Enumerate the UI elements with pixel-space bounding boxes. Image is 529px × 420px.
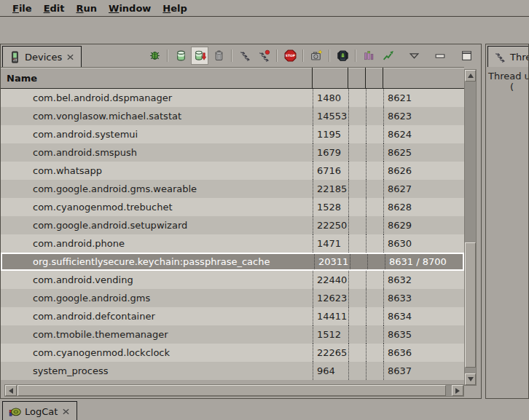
toolbar-separator bbox=[167, 49, 168, 62]
sysinfo-columns-icon[interactable] bbox=[360, 47, 377, 65]
cell-pid: 1528 bbox=[313, 198, 348, 216]
column-header-status1[interactable] bbox=[348, 68, 366, 88]
close-icon[interactable] bbox=[61, 407, 71, 416]
cell-status-1 bbox=[348, 162, 366, 180]
devices-tab-label: Devices bbox=[25, 52, 62, 63]
cell-pid: 12623 bbox=[313, 289, 348, 307]
vertical-scrollbar[interactable] bbox=[464, 69, 477, 386]
arrow-down-icon bbox=[468, 377, 474, 381]
close-icon[interactable] bbox=[66, 52, 75, 62]
cell-pid: 14553 bbox=[313, 107, 348, 125]
cell-pid: 20311 bbox=[314, 254, 350, 269]
scroll-down-button[interactable] bbox=[465, 373, 476, 385]
column-header-name[interactable]: Name bbox=[1, 68, 313, 88]
cell-port: 8630 bbox=[383, 234, 464, 253]
start-method-profiling-icon[interactable] bbox=[255, 47, 273, 65]
device-row[interactable]: com.cyanogenmod.lockclock222658636 bbox=[1, 344, 464, 362]
device-row[interactable]: system_process9648637 bbox=[1, 362, 464, 380]
menu-edit[interactable]: Edit bbox=[38, 1, 71, 15]
vertical-scroll-track[interactable] bbox=[465, 82, 476, 373]
cell-status-2 bbox=[366, 143, 383, 162]
minimize-icon[interactable] bbox=[431, 47, 449, 65]
dump-hprof-icon[interactable] bbox=[191, 47, 208, 65]
cell-status-1 bbox=[348, 89, 366, 107]
horizontal-scrollbar[interactable] bbox=[4, 384, 464, 397]
scroll-right-button[interactable] bbox=[452, 385, 463, 396]
cell-status-1 bbox=[348, 216, 366, 234]
toolbar-separator bbox=[302, 49, 304, 62]
device-row[interactable]: com.google.android.gms126238633 bbox=[1, 289, 464, 307]
device-row[interactable]: com.android.systemui11958624 bbox=[1, 125, 464, 143]
device-row[interactable]: com.tmobile.thememanager15128635 bbox=[1, 325, 464, 344]
horizontal-scroll-thumb[interactable] bbox=[17, 385, 446, 396]
menu-window[interactable]: Window bbox=[103, 1, 157, 15]
screen-capture-icon[interactable] bbox=[307, 47, 325, 65]
device-row[interactable]: com.google.android.gms.wearable221858627 bbox=[1, 180, 464, 198]
cell-pid: 1471 bbox=[313, 234, 348, 253]
cell-process-name: com.bel.android.dspmanager bbox=[1, 89, 313, 107]
stop-process-icon[interactable]: STOP bbox=[281, 47, 299, 65]
column-header-pid[interactable] bbox=[313, 68, 348, 88]
cell-status-1 bbox=[350, 254, 367, 269]
device-row[interactable]: com.android.defcontainer144118634 bbox=[1, 307, 464, 325]
cell-port: 8635 bbox=[383, 325, 464, 344]
cell-process-name: com.android.smspush bbox=[1, 143, 313, 162]
cell-status-1 bbox=[348, 198, 366, 216]
cause-gc-trash-icon[interactable] bbox=[210, 47, 227, 65]
cell-process-name: com.google.android.gms bbox=[1, 289, 313, 307]
menu-run[interactable]: Run bbox=[71, 1, 103, 15]
cell-status-2 bbox=[366, 344, 383, 362]
tab-logcat[interactable]: LogCat bbox=[2, 401, 77, 420]
cell-status-1 bbox=[348, 289, 366, 307]
cell-status-2 bbox=[366, 125, 383, 143]
device-row-selected[interactable]: org.sufficientlysecure.keychain:passphra… bbox=[1, 253, 464, 271]
debug-bug-icon[interactable] bbox=[146, 47, 163, 65]
menu-file[interactable]: File bbox=[7, 1, 38, 15]
threads-tab-label: Threads bbox=[510, 52, 529, 63]
update-heap-icon[interactable] bbox=[172, 47, 189, 65]
cell-status-1 bbox=[348, 180, 366, 198]
capture-device-view-icon[interactable] bbox=[334, 47, 351, 65]
cell-process-name: com.cyanogenmod.trebuchet bbox=[1, 198, 313, 216]
device-row[interactable]: com.android.phone14718630 bbox=[1, 234, 464, 253]
view-menu-chevron-icon[interactable] bbox=[405, 47, 423, 65]
device-row[interactable]: com.google.android.setupwizard222508629 bbox=[1, 216, 464, 234]
bottom-strip: LogCat bbox=[0, 399, 529, 420]
cell-process-name: system_process bbox=[1, 362, 313, 380]
cell-pid: 6716 bbox=[313, 162, 348, 180]
tab-threads[interactable]: Threads bbox=[487, 46, 529, 67]
device-row[interactable]: com.bel.android.dspmanager14808621 bbox=[1, 89, 464, 107]
cell-process-name: com.google.android.gms.wearable bbox=[1, 180, 313, 198]
vertical-scroll-thumb[interactable] bbox=[465, 242, 476, 368]
cell-port: 8625 bbox=[383, 143, 464, 162]
device-row[interactable]: com.android.smspush16798625 bbox=[1, 143, 464, 162]
menu-help[interactable]: Help bbox=[157, 1, 192, 15]
cell-pid: 1679 bbox=[313, 143, 348, 162]
column-header-status2[interactable] bbox=[366, 68, 383, 88]
cell-status-1 bbox=[348, 362, 366, 380]
cell-status-2 bbox=[366, 325, 383, 344]
update-threads-icon[interactable] bbox=[236, 47, 254, 65]
cell-status-1 bbox=[348, 107, 366, 125]
cell-port: 8623 bbox=[383, 107, 464, 125]
scroll-up-button[interactable] bbox=[465, 70, 476, 82]
cell-status-2 bbox=[366, 362, 383, 380]
cell-pid: 1480 bbox=[313, 89, 348, 107]
cell-port: 8624 bbox=[383, 125, 464, 143]
maximize-icon[interactable] bbox=[458, 47, 475, 65]
arrow-up-icon bbox=[468, 74, 474, 78]
horizontal-scroll-track[interactable] bbox=[17, 385, 452, 396]
device-row[interactable]: com.vonglasow.michael.satstat145538623 bbox=[1, 107, 464, 125]
column-header-port[interactable] bbox=[383, 68, 464, 88]
device-row[interactable]: com.cyanogenmod.trebuchet15288628 bbox=[1, 198, 464, 216]
cell-status-1 bbox=[348, 271, 366, 289]
device-row[interactable]: com.whatsapp67168626 bbox=[1, 162, 464, 180]
cell-status-1 bbox=[348, 325, 366, 344]
cell-process-name: com.tmobile.thememanager bbox=[1, 325, 313, 344]
start-tracing-arrow-icon[interactable] bbox=[379, 47, 396, 65]
cell-port: 8621 bbox=[383, 89, 464, 107]
tab-devices[interactable]: Devices bbox=[2, 46, 82, 67]
device-row[interactable]: com.android.vending224408632 bbox=[1, 271, 464, 289]
cell-process-name: com.vonglasow.michael.satstat bbox=[1, 107, 313, 125]
scroll-left-button[interactable] bbox=[5, 385, 17, 396]
